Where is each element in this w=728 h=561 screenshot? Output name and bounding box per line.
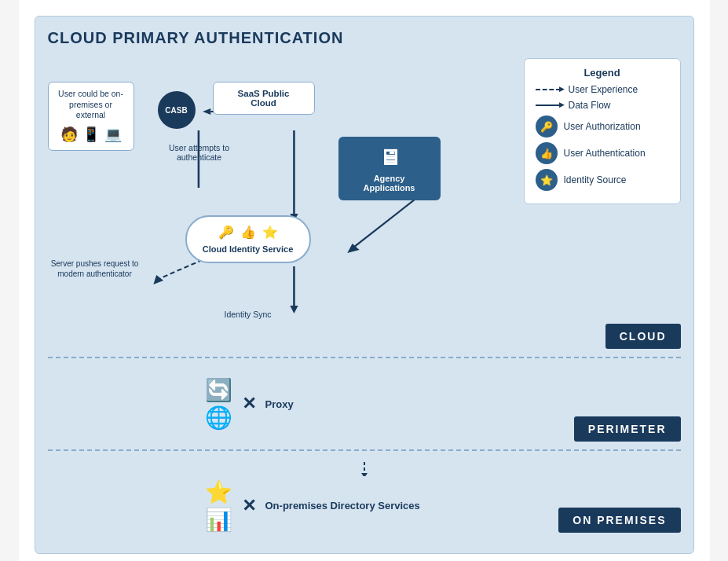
onpremises-section-label: ON PREMISES	[558, 508, 680, 533]
cloud-area: User could be on-premises or external 🧑 …	[48, 58, 681, 341]
saas-box: SaaS Public Cloud	[213, 82, 315, 115]
cis-label: Cloud Identity Service	[203, 244, 294, 254]
saas-label: SaaS Public Cloud	[238, 89, 290, 108]
casb-shield: CASB	[158, 91, 196, 129]
diagram-title: CLOUD PRIMARY AUTHENTICATION	[48, 29, 681, 47]
server-directory-icon: 📊	[205, 507, 232, 533]
page-wrapper: CLOUD PRIMARY AUTHENTICATION Legend User…	[19, 0, 710, 561]
laptop-icon: 💻	[104, 126, 122, 144]
svg-marker-13	[290, 306, 298, 314]
down-arrow-svg	[357, 462, 372, 476]
cis-thumb-icon: 👍	[240, 225, 256, 240]
perimeter-section: 🔄 🌐 ✕ Proxy PERIMETER	[48, 357, 681, 451]
cis-key-icon: 🔑	[218, 225, 234, 240]
cloud-identity-service: 🔑 👍 ⭐ Cloud Identity Service	[185, 215, 311, 263]
cis-user-icon: ⭐	[262, 225, 278, 240]
proxy-label: Proxy	[265, 398, 294, 410]
perimeter-section-label: PERIMETER	[574, 416, 681, 442]
user-location-text: User could be on-premises or external	[58, 89, 123, 119]
directory-cross-icon: ✕	[242, 496, 256, 516]
cloud-section-label: CLOUD	[605, 324, 681, 349]
proxy-icons: 🔄 🌐	[205, 377, 232, 431]
cloud-section: Legend User Experience Data Flow 🔑 User …	[48, 58, 681, 357]
person-server-icon: 🔄	[205, 377, 232, 403]
directory-icons: ⭐ 📊	[205, 479, 232, 533]
casb-label: CASB	[165, 106, 187, 115]
person-icon: 🧑	[60, 126, 78, 144]
user-icons: 🧑 📱 💻	[55, 126, 127, 144]
server-icon: 🌐	[205, 405, 232, 431]
onpremises-section: ⭐ 📊 ✕ On-premises Directory Services ON …	[48, 451, 681, 541]
down-arrow-container	[48, 462, 681, 476]
mobile-icon: 📱	[82, 126, 100, 144]
user-attempts-label: User attempts to authenticate	[164, 143, 235, 162]
user-directory-icon: ⭐	[205, 479, 232, 505]
agency-label: Agency Applications	[348, 174, 431, 192]
proxy-cross-icon: ✕	[242, 394, 256, 414]
svg-marker-15	[361, 473, 368, 476]
identity-sync-label: Identity Sync	[225, 310, 272, 319]
server-push-label: Server pushes request to modern authenti…	[48, 258, 142, 279]
user-location-box: User could be on-premises or external 🧑 …	[48, 82, 134, 151]
svg-marker-11	[153, 275, 163, 284]
svg-marker-9	[347, 244, 359, 253]
agency-app-box: 🖥 Agency Applications	[338, 137, 456, 200]
cis-icons: 🔑 👍 ⭐	[218, 225, 278, 240]
monitor-icon: 🖥	[348, 145, 431, 170]
main-diagram: CLOUD PRIMARY AUTHENTICATION Legend User…	[35, 16, 694, 554]
svg-marker-3	[203, 108, 210, 115]
agency-inner: 🖥 Agency Applications	[338, 137, 441, 200]
casb-element: CASB	[158, 91, 196, 129]
svg-line-8	[354, 196, 419, 247]
directory-text: On-premises Directory Services	[265, 499, 420, 513]
